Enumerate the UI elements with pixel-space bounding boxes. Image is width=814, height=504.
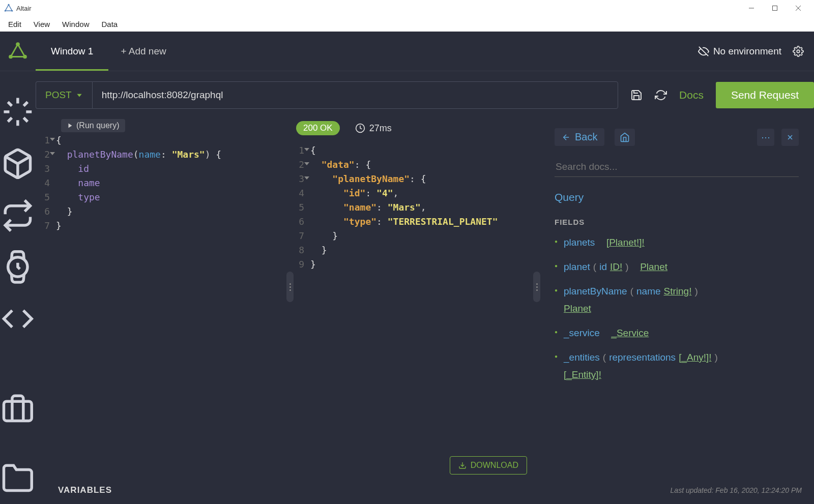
svg-point-13: [797, 50, 800, 53]
last-updated-label: Last updated: Feb 16, 2020, 12:24:20 PM: [671, 486, 802, 494]
run-query-hint[interactable]: (Run query): [61, 119, 125, 132]
play-icon: [67, 123, 73, 129]
altair-logo-icon: [7, 41, 28, 62]
code-icon[interactable]: [1, 302, 35, 336]
environment-selector[interactable]: No environment: [698, 46, 781, 57]
svg-point-9: [16, 42, 20, 46]
svg-marker-26: [69, 124, 72, 128]
left-rail: [0, 71, 36, 504]
loading-icon[interactable]: [1, 95, 35, 129]
svg-line-17: [24, 118, 28, 122]
menu-view[interactable]: View: [27, 18, 56, 31]
watch-icon[interactable]: [1, 250, 35, 284]
svg-point-2: [11, 10, 13, 12]
docs-panel: Back ⋯: [539, 119, 814, 482]
svg-point-1: [8, 4, 10, 6]
menu-window[interactable]: Window: [56, 18, 95, 31]
docs-field-planetByName: planetByName ( name String! )Planet: [555, 284, 799, 316]
response-status-badge: 200 OK: [296, 121, 340, 135]
save-icon[interactable]: [630, 89, 643, 101]
window-title: Altair: [16, 5, 32, 12]
field-name[interactable]: _entities: [564, 350, 600, 365]
tab-window-1[interactable]: Window 1: [36, 32, 108, 71]
http-method-select[interactable]: POST: [36, 81, 92, 109]
environment-label: No environment: [713, 46, 781, 57]
eye-off-icon: [698, 46, 709, 57]
http-method-label: POST: [45, 90, 72, 101]
field-name[interactable]: planet: [564, 260, 590, 274]
docs-toggle[interactable]: Docs: [679, 89, 704, 101]
window-close-button[interactable]: [787, 0, 810, 16]
arrow-left-icon: [562, 133, 571, 142]
docs-more-button[interactable]: ⋯: [757, 129, 774, 146]
run-query-label: (Run query): [76, 121, 119, 130]
svg-point-11: [9, 54, 13, 58]
response-time-value: 27ms: [369, 123, 392, 134]
docs-field-_service: _service _Service: [555, 326, 799, 340]
query-editor[interactable]: (Run query) 1234567{ planetByName(name: …: [36, 119, 290, 482]
docs-close-button[interactable]: [781, 129, 799, 146]
app-icon: [4, 4, 13, 13]
send-request-button[interactable]: Send Request: [716, 82, 814, 108]
resize-handle-right[interactable]: [533, 272, 540, 302]
briefcase-icon[interactable]: [1, 392, 35, 425]
url-bar: POST Docs Send Request: [36, 71, 814, 119]
bottom-bar: VARIABLES Last updated: Feb 16, 2020, 12…: [36, 482, 814, 504]
field-name[interactable]: _service: [564, 326, 600, 340]
svg-line-20: [8, 118, 12, 122]
docs-back-label: Back: [575, 131, 597, 143]
window-titlebar: Altair: [0, 0, 814, 16]
docs-field-_entities: _entities ( representations [_Any!]! )[_…: [555, 350, 799, 382]
docs-home-button[interactable]: [615, 129, 635, 146]
download-icon: [458, 461, 467, 469]
docs-fields-header: FIELDS: [555, 218, 799, 226]
add-tab-label: + Add new: [121, 46, 166, 57]
svg-rect-24: [4, 401, 32, 421]
field-name[interactable]: planetByName: [564, 284, 627, 299]
svg-point-3: [5, 10, 6, 12]
close-icon: [786, 133, 794, 141]
resize-handle-left[interactable]: [286, 272, 294, 302]
url-input[interactable]: [92, 81, 618, 109]
menu-data[interactable]: Data: [95, 18, 124, 31]
clock-icon: [355, 123, 365, 133]
svg-marker-25: [77, 94, 81, 97]
svg-marker-0: [5, 5, 12, 11]
field-name[interactable]: planets: [564, 235, 595, 250]
response-viewer: 200 OK 27ms 123456789{ "data": { "planet…: [290, 119, 539, 482]
add-tab-button[interactable]: + Add new: [108, 32, 178, 71]
response-time: 27ms: [355, 123, 392, 134]
folder-icon[interactable]: [1, 461, 35, 495]
download-label: DOWNLOAD: [471, 461, 518, 470]
svg-line-16: [8, 102, 12, 106]
home-icon: [620, 132, 630, 142]
refresh-icon[interactable]: [655, 89, 667, 101]
menubar: EditViewWindowData: [0, 16, 814, 32]
variables-toggle[interactable]: VARIABLES: [58, 485, 112, 495]
window-minimize-button[interactable]: [740, 0, 763, 16]
cube-icon[interactable]: [1, 147, 35, 181]
settings-icon[interactable]: [793, 46, 804, 57]
window-maximize-button[interactable]: [763, 0, 787, 16]
docs-search-input[interactable]: [555, 157, 799, 177]
svg-line-21: [24, 102, 28, 106]
svg-rect-5: [773, 6, 777, 11]
topbar: Window 1 + Add new No environment: [0, 32, 814, 71]
tab-label: Window 1: [51, 46, 93, 57]
repeat-icon[interactable]: [1, 199, 35, 232]
download-button[interactable]: DOWNLOAD: [450, 456, 527, 475]
docs-root-type[interactable]: Query: [555, 191, 799, 203]
svg-point-10: [23, 54, 27, 58]
docs-back-button[interactable]: Back: [555, 128, 604, 146]
docs-field-planets: planets [Planet!]!: [555, 235, 799, 250]
chevron-down-icon: [76, 92, 83, 99]
menu-edit[interactable]: Edit: [2, 18, 27, 31]
docs-field-planet: planet ( id ID! ) Planet: [555, 260, 799, 274]
